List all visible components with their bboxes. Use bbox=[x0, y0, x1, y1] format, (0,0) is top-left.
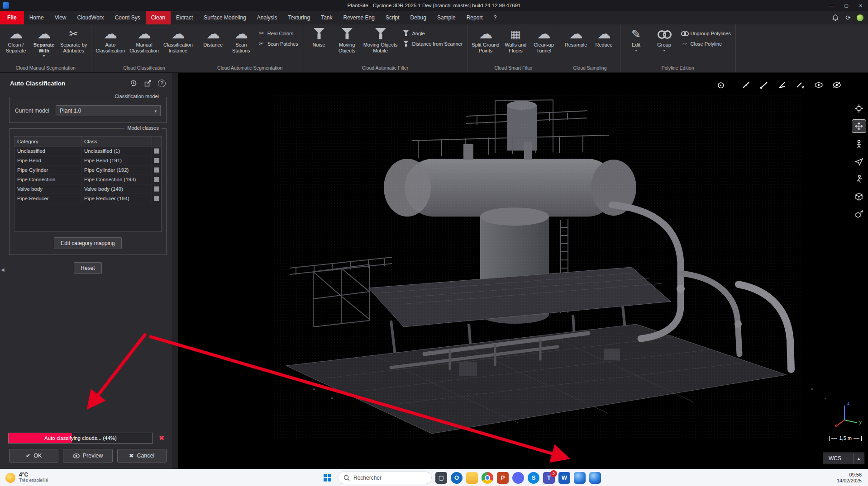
auto-classification-button[interactable]: Auto Classification bbox=[93, 24, 127, 65]
clean-separate-button[interactable]: Clean / Separate bbox=[2, 24, 30, 65]
clear-measures-icon[interactable] bbox=[794, 79, 807, 91]
maximize-button[interactable]: ▢ bbox=[839, 0, 854, 11]
split-ground-points-button[interactable]: Split Ground Points bbox=[469, 24, 501, 65]
tab-extract[interactable]: Extract bbox=[171, 11, 198, 24]
fly-through-icon[interactable] bbox=[852, 155, 866, 168]
color-swatch[interactable] bbox=[154, 186, 159, 192]
pan-tool-icon[interactable] bbox=[852, 119, 866, 133]
tab-cloudworx[interactable]: CloudWorx bbox=[72, 11, 109, 24]
view-export-icon[interactable] bbox=[852, 208, 866, 221]
close-polyline-button[interactable]: Close Polyline bbox=[681, 40, 722, 47]
measure-point-icon[interactable] bbox=[758, 79, 771, 91]
taskbar-icon-skype[interactable]: S bbox=[528, 472, 539, 484]
column-header-category[interactable]: Category bbox=[14, 137, 81, 146]
real-colors-button[interactable]: Real Colors bbox=[258, 30, 293, 37]
table-row[interactable]: Valve body Valve body (149) bbox=[14, 184, 161, 194]
reset-button[interactable]: Reset bbox=[74, 262, 101, 274]
weather-widget[interactable]: 4°C Très ensoleillé bbox=[0, 472, 104, 483]
column-header-class[interactable]: Class bbox=[81, 137, 152, 146]
angle-button[interactable]: Angle bbox=[402, 30, 424, 37]
moving-objects-mobile-button[interactable]: Moving Objects Mobile bbox=[361, 24, 400, 65]
tab-reverse-eng[interactable]: Reverse Eng bbox=[338, 11, 380, 24]
scan-patches-button[interactable]: Scan Patches bbox=[258, 40, 298, 47]
moving-objects-button[interactable]: Moving Objects bbox=[333, 24, 361, 65]
tab-coord-sys[interactable]: Coord Sys bbox=[110, 11, 146, 24]
group-polylines-button[interactable]: Group bbox=[650, 24, 678, 65]
measure-angle-icon[interactable] bbox=[776, 79, 789, 91]
color-swatch[interactable] bbox=[154, 177, 159, 182]
chevron-up-icon[interactable] bbox=[853, 453, 864, 464]
taskbar-icon-cyclone-3dr[interactable] bbox=[574, 472, 586, 484]
taskbar-icon-file-explorer[interactable] bbox=[466, 472, 478, 484]
edit-polyline-button[interactable]: Edit bbox=[622, 24, 650, 65]
hide-annotations-icon[interactable] bbox=[830, 79, 844, 91]
distance-from-scanner-button[interactable]: Distance from Scanner bbox=[402, 40, 463, 47]
history-icon[interactable] bbox=[129, 79, 138, 88]
minimize-button[interactable]: — bbox=[825, 0, 839, 11]
color-swatch[interactable] bbox=[154, 167, 159, 173]
scan-stations-button[interactable]: Scan Stations bbox=[227, 24, 255, 65]
taskbar-icon-teams[interactable]: T 2 bbox=[543, 472, 555, 484]
color-swatch[interactable] bbox=[154, 158, 159, 163]
tab-debug[interactable]: Debug bbox=[405, 11, 432, 24]
sync-icon[interactable] bbox=[844, 14, 852, 22]
notifications-bell-icon[interactable] bbox=[831, 14, 839, 22]
search-input[interactable]: Rechercher bbox=[338, 472, 432, 484]
taskbar-icon-chrome[interactable] bbox=[482, 472, 493, 484]
color-swatch[interactable] bbox=[154, 196, 159, 201]
tab-view[interactable]: View bbox=[49, 11, 72, 24]
tab-sample[interactable]: Sample bbox=[432, 11, 461, 24]
show-annotations-icon[interactable] bbox=[812, 79, 825, 91]
help-icon[interactable] bbox=[158, 80, 166, 87]
resample-button[interactable]: Resample bbox=[562, 24, 590, 65]
tab-texturing[interactable]: Texturing bbox=[282, 11, 315, 24]
center-view-icon[interactable] bbox=[714, 79, 728, 91]
wcs-selector[interactable]: WCS bbox=[823, 453, 864, 464]
table-row[interactable]: Pipe Connection Pipe Connection (193) bbox=[14, 175, 161, 184]
panel-collapse-handle[interactable] bbox=[1, 267, 5, 272]
tab-tank[interactable]: Tank bbox=[315, 11, 338, 24]
account-status-icon[interactable] bbox=[857, 14, 863, 21]
walls-and-floors-button[interactable]: Walls and Floors bbox=[502, 24, 530, 65]
tab-home[interactable]: Home bbox=[24, 11, 49, 24]
tab-file[interactable]: File bbox=[0, 11, 24, 24]
table-row[interactable]: Pipe Bend Pipe Bend (191) bbox=[14, 156, 161, 165]
table-row[interactable]: Unclassified Unclassified (1) bbox=[14, 146, 161, 156]
walk-mode-icon[interactable] bbox=[852, 172, 866, 186]
export-icon[interactable] bbox=[143, 79, 153, 88]
edit-category-mapping-button[interactable]: Edit category mapping bbox=[54, 237, 121, 249]
viewport-3d[interactable]: z x y 1,5 m WCS bbox=[178, 73, 868, 469]
close-button[interactable]: ✕ bbox=[854, 0, 868, 11]
table-row[interactable]: Pipe Cylinder Pipe Cylinder (192) bbox=[14, 165, 161, 175]
start-button[interactable] bbox=[320, 471, 334, 485]
taskbar-icon-outlook[interactable]: O bbox=[451, 472, 463, 484]
iso-cube-view-icon[interactable] bbox=[852, 190, 866, 203]
taskbar-icon-powerpoint[interactable]: P bbox=[497, 472, 509, 484]
classification-instance-button[interactable]: Classification Instance bbox=[161, 24, 195, 65]
ok-button[interactable]: OK bbox=[9, 449, 58, 462]
first-person-view-icon[interactable] bbox=[852, 137, 866, 151]
taskbar-icon-cyclone-viewer[interactable] bbox=[589, 472, 601, 484]
tab-analysis[interactable]: Analysis bbox=[252, 11, 283, 24]
reduce-button[interactable]: Reduce bbox=[590, 24, 618, 65]
taskbar-icon-word[interactable]: W bbox=[558, 472, 570, 484]
cancel-progress-icon[interactable] bbox=[156, 434, 167, 442]
orbit-view-icon[interactable] bbox=[852, 102, 866, 115]
manual-classification-button[interactable]: Manual Classification bbox=[127, 24, 161, 65]
current-model-select[interactable]: Plant 1.0 bbox=[56, 105, 161, 116]
separate-by-attributes-button[interactable]: Separate by Attributes bbox=[58, 24, 89, 65]
tab-help[interactable]: ? bbox=[488, 11, 502, 24]
tab-surface-modeling[interactable]: Surface Modeling bbox=[198, 11, 251, 24]
tab-report[interactable]: Report bbox=[461, 11, 488, 24]
cancel-button[interactable]: Cancel bbox=[117, 449, 167, 462]
color-swatch[interactable] bbox=[154, 148, 159, 154]
preview-button[interactable]: Preview bbox=[63, 449, 112, 462]
noise-button[interactable]: Noise bbox=[305, 24, 333, 65]
ungroup-polylines-button[interactable]: Ungroup Polylines bbox=[681, 30, 731, 37]
taskbar-icon-desktop-app[interactable]: ▢ bbox=[435, 472, 447, 484]
distance-button[interactable]: Distance bbox=[199, 24, 227, 65]
separate-with-button[interactable]: Separate With bbox=[30, 24, 58, 65]
taskbar-clock[interactable]: 09:56 14/02/2025 bbox=[817, 472, 868, 484]
taskbar-icon-discord[interactable] bbox=[512, 472, 524, 484]
clean-up-tunnel-button[interactable]: Clean-up Tunnel bbox=[530, 24, 558, 65]
